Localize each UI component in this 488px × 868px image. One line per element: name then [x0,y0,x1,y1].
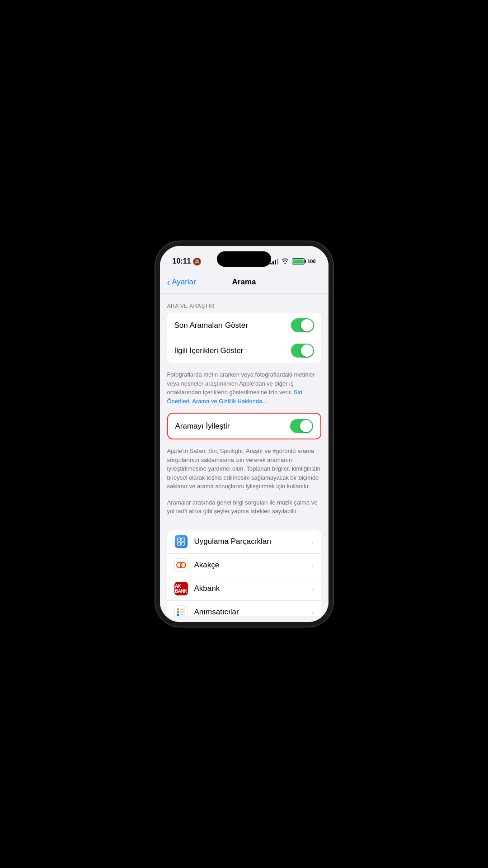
app-row-akakce[interactable]: Akakçe › [167,554,321,577]
home-bar [217,623,271,625]
svg-point-8 [177,614,179,616]
son-aramalar-row[interactable]: Son Aramaları Göster [167,313,321,338]
chevron-icon: › [312,561,314,569]
app-icon-akakce [174,558,188,572]
wifi-icon [281,258,289,265]
ilgili-icerikleri-toggle[interactable] [291,344,314,358]
back-chevron-icon: ‹ [167,278,170,287]
svg-rect-11 [180,614,185,616]
improve-search-description-sub: Aramalar arasında genel bilgi sorguları … [160,498,328,523]
app-row-animsatici[interactable]: Anımsatıcılar › [167,601,321,616]
app-list-group: Uygulama Parçacıkları › Akakçe › AKBANK [167,530,321,616]
chevron-icon: › [312,585,314,593]
app-row-widget[interactable]: Uygulama Parçacıkları › [167,530,321,554]
son-aramalar-label: Son Aramaları Göster [174,321,248,330]
toggle-thumb [300,420,312,432]
home-indicator [160,616,328,627]
ilgili-icerikleri-label: İlgili İçerikleri Göster [174,346,244,355]
son-aramalar-toggle[interactable] [291,318,314,332]
search-description: Fotoğraflarda metin ararken veya fotoğra… [160,367,328,413]
status-icons: 100 [270,258,315,265]
app-name-animsatici: Anımsatıcılar [194,608,312,616]
app-icon-akbank: AKBANK [174,582,188,595]
svg-rect-3 [182,542,185,545]
svg-point-6 [177,609,179,611]
ilgili-icerikleri-row[interactable]: İlgili İçerikleri Göster [167,338,321,363]
app-row-akbank[interactable]: AKBANK Akbank › [167,577,321,601]
app-icon-widget [174,535,188,548]
improve-search-group: Aramayı İyileştir [167,413,321,439]
content-scroll[interactable]: ARA VE ARAŞTIR Son Aramaları Göster İlgi… [160,294,328,616]
battery-icon: 100 [292,258,315,264]
svg-point-5 [180,562,186,568]
chevron-icon: › [312,538,314,546]
app-icon-animsatici [174,605,188,616]
svg-point-7 [177,611,179,613]
dynamic-island [217,251,271,267]
signal-bars [270,258,278,264]
search-settings-group: Son Aramaları Göster İlgili İçerikleri G… [167,313,321,363]
phone-frame: 10:11 🔕 10 [155,241,333,627]
bell-icon: 🔕 [192,257,202,266]
aramay-iyilestir-toggle[interactable] [290,419,313,433]
app-name-akbank: Akbank [194,584,312,593]
page-title: Arama [232,278,256,287]
aramay-iyilestir-row[interactable]: Aramayı İyileştir [168,414,320,439]
toggle-thumb [301,319,313,331]
svg-rect-2 [178,542,181,545]
back-label: Ayarlar [172,278,196,287]
svg-rect-0 [178,538,181,541]
improve-search-description-main: Apple'ın Safari, Siri, Spotlight, Araştı… [160,443,328,498]
svg-rect-1 [182,538,185,541]
svg-rect-9 [180,609,185,610]
chevron-icon: › [312,609,314,616]
nav-bar: ‹ Ayarlar Arama [160,270,328,294]
app-name-widget: Uygulama Parçacıkları [194,537,312,546]
battery-level: 100 [307,259,315,264]
back-button[interactable]: ‹ Ayarlar [167,278,196,287]
svg-rect-10 [180,612,185,613]
section-header-search: ARA VE ARAŞTIR [160,294,328,313]
aramay-iyilestir-label: Aramayı İyileştir [175,422,230,431]
status-bar: 10:11 🔕 10 [160,246,328,270]
toggle-thumb [301,344,313,357]
status-time: 10:11 🔕 [173,257,202,266]
app-name-akakce: Akakçe [194,561,312,570]
time-display: 10:11 [173,257,191,265]
